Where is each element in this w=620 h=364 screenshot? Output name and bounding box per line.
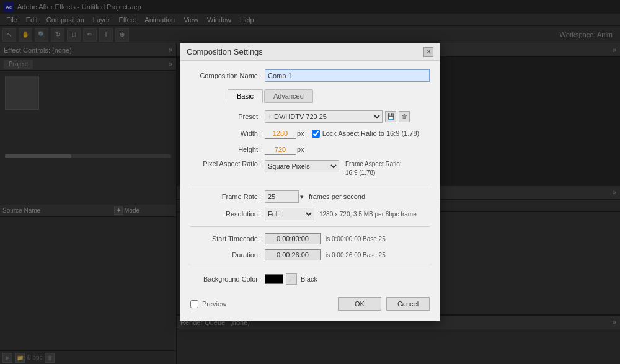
start-timecode-row: Start Timecode: is 0:00:00:00 Base 25 <box>190 233 430 244</box>
preset-label: Preset: <box>190 113 265 120</box>
width-input[interactable] <box>265 128 296 139</box>
frame-aspect-info: Frame Aspect Ratio: 16:9 (1.78) <box>345 160 402 177</box>
separator-1 <box>190 184 430 184</box>
duration-info: is 0:00:26:00 Base 25 <box>326 252 386 259</box>
frame-rate-input[interactable] <box>265 190 299 203</box>
start-tc-input[interactable] <box>265 233 321 244</box>
width-unit: px <box>297 130 304 137</box>
preset-delete-btn[interactable]: 🗑 <box>399 111 410 122</box>
lock-aspect-checkbox[interactable] <box>312 130 320 138</box>
height-unit: px <box>297 146 304 153</box>
dialog-title: Composition Settings <box>187 47 263 56</box>
height-input[interactable] <box>265 144 296 155</box>
pixel-aspect-row: Pixel Aspect Ratio: Square Pixels Frame … <box>190 160 430 177</box>
resolution-info: 1280 x 720, 3.5 MB per 8bpc frame <box>319 211 417 218</box>
pixel-aspect-select[interactable]: Square Pixels <box>265 160 339 172</box>
width-row: Width: px Lock Aspect Ratio to 16:9 (1.7… <box>190 128 430 139</box>
height-label: Height: <box>190 146 265 153</box>
dialog-body: Composition Name: Basic Advanced Preset:… <box>180 61 440 321</box>
duration-row: Duration: is 0:00:26:00 Base 25 <box>190 249 430 260</box>
frame-aspect-value: 16:9 (1.78) <box>345 169 402 177</box>
comp-name-row: Composition Name: <box>190 69 430 82</box>
separator-2 <box>190 226 430 227</box>
bg-color-row: Background Color: 🖋 Black <box>190 273 430 285</box>
dialog-close-button[interactable]: ✕ <box>423 47 433 57</box>
pixel-aspect-label: Pixel Aspect Ratio: <box>190 160 265 167</box>
bg-color-name: Black <box>301 275 317 283</box>
composition-settings-dialog: Composition Settings ✕ Composition Name:… <box>180 43 440 321</box>
height-row: Height: px <box>190 144 430 155</box>
preset-row: Preset: HDV/HDTV 720 25 💾 🗑 <box>190 110 430 123</box>
frame-rate-dropdown[interactable]: ▾ <box>300 193 304 201</box>
lock-aspect-row: Lock Aspect Ratio to 16:9 (1.78) <box>312 130 420 138</box>
frame-rate-label: Frame Rate: <box>190 193 265 200</box>
resolution-row: Resolution: Full Half Third Quarter 1280… <box>190 208 430 220</box>
frame-aspect-label: Frame Aspect Ratio: <box>345 160 402 169</box>
tab-advanced[interactable]: Advanced <box>264 89 313 103</box>
frame-rate-row: Frame Rate: ▾ frames per second <box>190 190 430 203</box>
tab-basic[interactable]: Basic <box>228 89 263 103</box>
frame-rate-unit: frames per second <box>309 193 365 200</box>
resolution-label: Resolution: <box>190 210 265 218</box>
preview-row: Preview <box>190 300 226 308</box>
width-label: Width: <box>190 130 265 137</box>
cancel-button[interactable]: Cancel <box>386 297 430 311</box>
duration-input[interactable] <box>265 249 321 260</box>
preset-save-btn[interactable]: 💾 <box>385 111 396 122</box>
preset-select[interactable]: HDV/HDTV 720 25 <box>265 110 383 123</box>
dialog-tabs: Basic Advanced <box>190 89 430 103</box>
ok-button[interactable]: OK <box>338 297 381 311</box>
start-tc-label: Start Timecode: <box>190 235 265 242</box>
duration-label: Duration: <box>190 251 265 259</box>
dialog-buttons: OK Cancel <box>338 293 430 311</box>
comp-name-input[interactable] <box>265 69 430 82</box>
modal-overlay: Composition Settings ✕ Composition Name:… <box>0 0 620 364</box>
comp-name-label: Composition Name: <box>190 72 265 79</box>
resolution-select[interactable]: Full Half Third Quarter <box>265 208 314 220</box>
bg-color-swatch[interactable] <box>265 274 283 284</box>
eyedropper-btn[interactable]: 🖋 <box>286 273 297 285</box>
bg-color-label: Background Color: <box>190 275 265 283</box>
dialog-title-bar: Composition Settings ✕ <box>180 43 440 61</box>
separator-3 <box>190 267 430 267</box>
lock-aspect-label: Lock Aspect Ratio to 16:9 (1.78) <box>322 130 420 137</box>
preview-checkbox[interactable] <box>190 300 198 308</box>
start-tc-info: is 0:00:00:00 Base 25 <box>326 236 386 242</box>
preview-label: Preview <box>202 300 226 308</box>
